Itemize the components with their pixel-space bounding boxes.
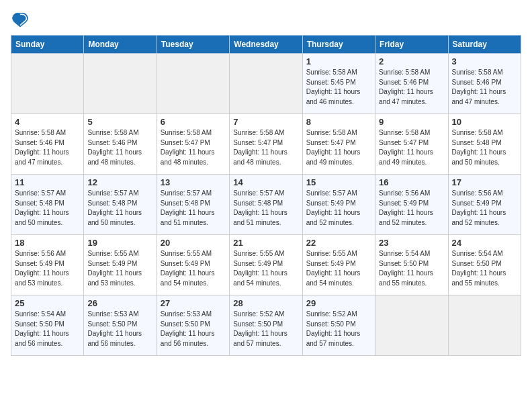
day-number: 28	[233, 298, 298, 308]
weekday-header-wednesday: Wednesday	[230, 36, 302, 54]
day-number: 16	[379, 177, 444, 187]
calendar-cell	[11, 54, 84, 114]
day-info: Sunrise: 5:58 AMSunset: 5:46 PMDaylight:…	[379, 68, 444, 107]
day-number: 12	[87, 177, 152, 187]
calendar-cell: 1Sunrise: 5:58 AMSunset: 5:45 PMDaylight…	[302, 54, 375, 114]
day-info: Sunrise: 5:57 AMSunset: 5:48 PMDaylight:…	[233, 189, 298, 228]
day-info: Sunrise: 5:56 AMSunset: 5:49 PMDaylight:…	[452, 189, 517, 228]
calendar-cell: 26Sunrise: 5:53 AMSunset: 5:50 PMDayligh…	[84, 295, 157, 356]
calendar-cell: 14Sunrise: 5:57 AMSunset: 5:48 PMDayligh…	[230, 175, 302, 235]
weekday-header-thursday: Thursday	[302, 36, 375, 54]
header-row: SundayMondayTuesdayWednesdayThursdayFrid…	[11, 36, 521, 54]
day-number: 25	[15, 298, 80, 308]
day-number: 7	[233, 117, 298, 127]
calendar-cell: 20Sunrise: 5:55 AMSunset: 5:49 PMDayligh…	[157, 235, 229, 295]
day-info: Sunrise: 5:58 AMSunset: 5:47 PMDaylight:…	[379, 128, 444, 167]
calendar-week-1: 1Sunrise: 5:58 AMSunset: 5:45 PMDaylight…	[11, 54, 521, 114]
calendar-cell: 5Sunrise: 5:58 AMSunset: 5:46 PMDaylight…	[84, 114, 157, 175]
day-info: Sunrise: 5:58 AMSunset: 5:47 PMDaylight:…	[233, 128, 298, 167]
day-info: Sunrise: 5:58 AMSunset: 5:48 PMDaylight:…	[452, 128, 517, 167]
day-number: 20	[161, 238, 226, 248]
calendar-cell: 18Sunrise: 5:56 AMSunset: 5:49 PMDayligh…	[11, 235, 84, 295]
day-info: Sunrise: 5:54 AMSunset: 5:50 PMDaylight:…	[15, 310, 80, 349]
weekday-header-sunday: Sunday	[11, 36, 84, 54]
day-number: 14	[233, 177, 298, 187]
calendar-week-2: 4Sunrise: 5:58 AMSunset: 5:46 PMDaylight…	[11, 114, 521, 175]
calendar-cell: 4Sunrise: 5:58 AMSunset: 5:46 PMDaylight…	[11, 114, 84, 175]
day-number: 26	[87, 298, 152, 308]
calendar-week-5: 25Sunrise: 5:54 AMSunset: 5:50 PMDayligh…	[11, 295, 521, 356]
calendar-cell: 2Sunrise: 5:58 AMSunset: 5:46 PMDaylight…	[375, 54, 448, 114]
calendar-cell: 15Sunrise: 5:57 AMSunset: 5:49 PMDayligh…	[302, 175, 375, 235]
day-number: 5	[87, 117, 152, 127]
calendar-cell: 17Sunrise: 5:56 AMSunset: 5:49 PMDayligh…	[448, 175, 521, 235]
day-number: 4	[15, 117, 80, 127]
day-number: 10	[452, 117, 517, 127]
weekday-header-tuesday: Tuesday	[157, 36, 229, 54]
day-number: 18	[15, 238, 80, 248]
day-number: 1	[306, 56, 371, 66]
day-number: 24	[452, 238, 517, 248]
day-number: 11	[15, 177, 80, 187]
day-info: Sunrise: 5:58 AMSunset: 5:46 PMDaylight:…	[15, 128, 80, 167]
day-info: Sunrise: 5:56 AMSunset: 5:49 PMDaylight:…	[379, 189, 444, 228]
calendar-cell: 12Sunrise: 5:57 AMSunset: 5:48 PMDayligh…	[84, 175, 157, 235]
calendar-cell: 8Sunrise: 5:58 AMSunset: 5:47 PMDaylight…	[302, 114, 375, 175]
day-info: Sunrise: 5:54 AMSunset: 5:50 PMDaylight:…	[452, 249, 517, 288]
calendar-cell: 9Sunrise: 5:58 AMSunset: 5:47 PMDaylight…	[375, 114, 448, 175]
day-info: Sunrise: 5:58 AMSunset: 5:46 PMDaylight:…	[452, 68, 517, 107]
day-info: Sunrise: 5:57 AMSunset: 5:49 PMDaylight:…	[306, 189, 371, 228]
calendar-cell	[448, 295, 521, 356]
calendar-cell: 22Sunrise: 5:55 AMSunset: 5:49 PMDayligh…	[302, 235, 375, 295]
calendar-cell: 10Sunrise: 5:58 AMSunset: 5:48 PMDayligh…	[448, 114, 521, 175]
day-info: Sunrise: 5:54 AMSunset: 5:50 PMDaylight:…	[379, 249, 444, 288]
weekday-header-monday: Monday	[84, 36, 157, 54]
calendar-cell: 25Sunrise: 5:54 AMSunset: 5:50 PMDayligh…	[11, 295, 84, 356]
day-info: Sunrise: 5:57 AMSunset: 5:48 PMDaylight:…	[15, 189, 80, 228]
calendar-cell: 24Sunrise: 5:54 AMSunset: 5:50 PMDayligh…	[448, 235, 521, 295]
calendar-cell: 23Sunrise: 5:54 AMSunset: 5:50 PMDayligh…	[375, 235, 448, 295]
day-info: Sunrise: 5:55 AMSunset: 5:49 PMDaylight:…	[87, 249, 152, 288]
day-number: 21	[233, 238, 298, 248]
calendar-table: SundayMondayTuesdayWednesdayThursdayFrid…	[11, 35, 521, 356]
day-number: 6	[161, 117, 226, 127]
calendar-cell	[84, 54, 157, 114]
day-info: Sunrise: 5:55 AMSunset: 5:49 PMDaylight:…	[233, 249, 298, 288]
day-info: Sunrise: 5:57 AMSunset: 5:48 PMDaylight:…	[87, 189, 152, 228]
calendar-cell	[157, 54, 229, 114]
calendar-cell: 29Sunrise: 5:52 AMSunset: 5:50 PMDayligh…	[302, 295, 375, 356]
day-info: Sunrise: 5:56 AMSunset: 5:49 PMDaylight:…	[15, 249, 80, 288]
calendar-cell: 21Sunrise: 5:55 AMSunset: 5:49 PMDayligh…	[230, 235, 302, 295]
header	[11, 11, 521, 30]
day-info: Sunrise: 5:58 AMSunset: 5:47 PMDaylight:…	[306, 128, 371, 167]
day-info: Sunrise: 5:53 AMSunset: 5:50 PMDaylight:…	[161, 310, 226, 349]
calendar-cell: 13Sunrise: 5:57 AMSunset: 5:48 PMDayligh…	[157, 175, 229, 235]
calendar-cell: 16Sunrise: 5:56 AMSunset: 5:49 PMDayligh…	[375, 175, 448, 235]
day-info: Sunrise: 5:52 AMSunset: 5:50 PMDaylight:…	[306, 310, 371, 349]
day-number: 27	[161, 298, 226, 308]
day-number: 2	[379, 56, 444, 66]
day-info: Sunrise: 5:55 AMSunset: 5:49 PMDaylight:…	[306, 249, 371, 288]
day-info: Sunrise: 5:53 AMSunset: 5:50 PMDaylight:…	[87, 310, 152, 349]
day-number: 3	[452, 56, 517, 66]
day-info: Sunrise: 5:55 AMSunset: 5:49 PMDaylight:…	[161, 249, 226, 288]
day-number: 22	[306, 238, 371, 248]
day-info: Sunrise: 5:58 AMSunset: 5:46 PMDaylight:…	[87, 128, 152, 167]
weekday-header-friday: Friday	[375, 36, 448, 54]
calendar-cell: 3Sunrise: 5:58 AMSunset: 5:46 PMDaylight…	[448, 54, 521, 114]
day-number: 29	[306, 298, 371, 308]
day-number: 8	[306, 117, 371, 127]
calendar-cell: 19Sunrise: 5:55 AMSunset: 5:49 PMDayligh…	[84, 235, 157, 295]
day-number: 17	[452, 177, 517, 187]
day-number: 9	[379, 117, 444, 127]
calendar-week-4: 18Sunrise: 5:56 AMSunset: 5:49 PMDayligh…	[11, 235, 521, 295]
calendar-week-3: 11Sunrise: 5:57 AMSunset: 5:48 PMDayligh…	[11, 175, 521, 235]
calendar-cell	[375, 295, 448, 356]
day-number: 13	[161, 177, 226, 187]
logo	[11, 11, 32, 30]
day-number: 15	[306, 177, 371, 187]
day-info: Sunrise: 5:58 AMSunset: 5:45 PMDaylight:…	[306, 68, 371, 107]
calendar-cell: 11Sunrise: 5:57 AMSunset: 5:48 PMDayligh…	[11, 175, 84, 235]
day-number: 23	[379, 238, 444, 248]
calendar-cell: 27Sunrise: 5:53 AMSunset: 5:50 PMDayligh…	[157, 295, 229, 356]
